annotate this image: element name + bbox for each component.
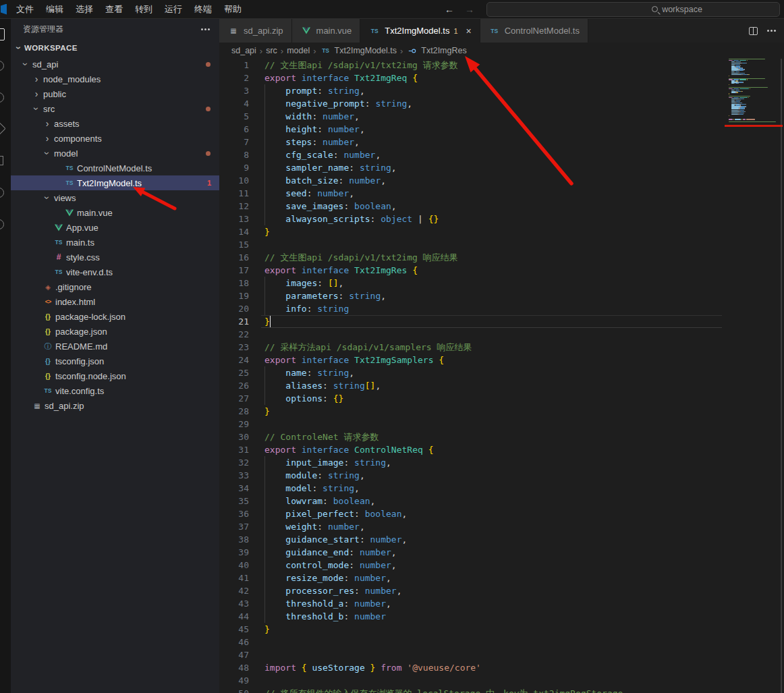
code-line: 45}: [219, 623, 784, 636]
line-number: 27: [219, 392, 249, 405]
account-icon: [0, 219, 4, 229]
tree-item[interactable]: {}tsconfig.node.json: [11, 368, 219, 383]
token: ,: [381, 175, 386, 186]
command-center-search[interactable]: workspace: [486, 2, 780, 17]
line-number: 2: [219, 72, 249, 84]
line-text: seed: number,: [249, 187, 354, 200]
line-text: alwayson_scripts: object | {}: [249, 213, 439, 225]
more-actions-icon[interactable]: [201, 28, 203, 30]
menu-item[interactable]: 帮助: [218, 0, 248, 19]
tree-item[interactable]: ⓘREADME.md: [11, 339, 219, 354]
breadcrumb-item[interactable]: model: [287, 46, 310, 55]
token: ,: [386, 458, 391, 468]
token: [264, 534, 285, 545]
editor-more-actions-icon[interactable]: [767, 30, 769, 32]
tree-item[interactable]: ›node_modules: [11, 72, 219, 86]
token: export: [264, 73, 296, 83]
back-icon[interactable]: ←: [445, 4, 454, 15]
menu-item[interactable]: 转到: [129, 0, 159, 19]
tab[interactable]: TSTxt2ImgModel.ts1×: [360, 19, 480, 43]
token: width: [285, 111, 312, 121]
activity-icon-source-control[interactable]: [0, 82, 11, 114]
tree-item[interactable]: ›src: [11, 101, 219, 116]
tree-item[interactable]: ◈.gitignore: [11, 279, 219, 294]
token: ,: [386, 573, 391, 583]
token: number: [317, 188, 349, 198]
line-number: 10: [219, 174, 249, 187]
line-text: sampler_name: string,: [249, 161, 397, 174]
activity-icon-search[interactable]: [0, 51, 11, 82]
split-editor-icon[interactable]: [749, 27, 758, 35]
token: [264, 483, 285, 493]
token: {: [428, 445, 434, 455]
tree-item-label: README.md: [55, 341, 107, 352]
menu-item[interactable]: 编辑: [40, 0, 69, 19]
tree-item[interactable]: ›assets: [11, 116, 219, 131]
tree-item[interactable]: ›model: [11, 146, 219, 161]
tree-item[interactable]: #style.css: [11, 250, 219, 265]
breadcrumb-item[interactable]: Txt2ImgRes: [406, 46, 466, 55]
tree-item[interactable]: TSControlNetModel.ts: [11, 161, 219, 175]
menu-item[interactable]: 文件: [10, 0, 40, 19]
menu-item[interactable]: 终端: [188, 0, 218, 19]
tree-item[interactable]: ›components: [11, 131, 219, 146]
token: [264, 496, 285, 506]
code-line: 36 pixel_perfect: boolean,: [219, 507, 784, 520]
line-number: 41: [219, 572, 249, 584]
tree-item-label: .gitignore: [55, 282, 91, 292]
code-line: 18 images: [],: [219, 277, 784, 289]
token: :: [339, 175, 349, 186]
tree-item[interactable]: TSTxt2ImgModel.ts1: [11, 175, 219, 190]
close-icon[interactable]: ×: [466, 26, 472, 36]
tree-item[interactable]: ›public: [11, 86, 219, 101]
tree-item[interactable]: <>index.html: [11, 294, 219, 309]
token: string: [375, 99, 407, 109]
token: interface: [302, 73, 349, 83]
breadcrumb-item[interactable]: src: [266, 46, 277, 55]
tree-item[interactable]: ›sd_api: [11, 57, 219, 72]
line-number: 47: [219, 648, 249, 661]
tree-item[interactable]: {}package.json: [11, 324, 219, 339]
token: :: [349, 560, 360, 570]
tab[interactable]: TSControlNetModel.ts: [480, 19, 588, 43]
tab[interactable]: ▦sd_api.zip: [219, 19, 292, 43]
workspace-section-header[interactable]: › WORKSPACE: [11, 39, 219, 57]
token: ,: [391, 547, 397, 557]
menu-item[interactable]: 选择: [69, 0, 99, 19]
tree-item[interactable]: TSvite-env.d.ts: [11, 265, 219, 279]
token: Txt2ImgReq: [354, 73, 407, 83]
tree-item[interactable]: main.vue: [11, 205, 219, 220]
forward-icon[interactable]: →: [465, 4, 474, 15]
activity-icon-account[interactable]: [0, 209, 11, 241]
tree-item[interactable]: {}package-lock.json: [11, 309, 219, 324]
tree-item[interactable]: TSvite.config.ts: [11, 383, 219, 398]
activity-icon-run-debug[interactable]: [0, 114, 11, 146]
menu-item[interactable]: 运行: [159, 0, 188, 19]
token: }: [264, 406, 270, 416]
token: :: [307, 368, 318, 378]
tree-item[interactable]: ›views: [11, 190, 219, 205]
tree-item[interactable]: {}tsconfig.json: [11, 354, 219, 368]
token: :: [354, 509, 365, 519]
token: ,: [391, 560, 397, 570]
token: :: [370, 214, 381, 224]
breadcrumb-item[interactable]: sd_api: [231, 46, 256, 55]
tree-item[interactable]: TSmain.ts: [11, 235, 219, 250]
tree-item[interactable]: ▦sd_api.zip: [11, 398, 219, 413]
code-editor[interactable]: 1// 文生图api /sdapi/v1/txt2img 请求参数2export…: [219, 59, 784, 693]
menu-item[interactable]: 查看: [99, 0, 129, 19]
activity-icon-explorer[interactable]: [0, 19, 11, 51]
token: [264, 137, 285, 147]
tab[interactable]: main.vue: [292, 19, 361, 43]
line-number: 40: [219, 559, 249, 572]
token: [349, 73, 354, 83]
token: :: [323, 381, 333, 391]
tree-item[interactable]: App.vue: [11, 220, 219, 235]
tree-item-label: components: [54, 134, 102, 144]
activity-icon-remote[interactable]: [0, 177, 11, 209]
ts-icon: TS: [53, 239, 65, 246]
token: useStorage: [312, 663, 364, 673]
code-line: 39 guidance_end: number,: [219, 546, 784, 559]
activity-icon-extensions[interactable]: [0, 146, 11, 177]
breadcrumb-item[interactable]: TSTxt2ImgModel.ts: [320, 46, 397, 55]
